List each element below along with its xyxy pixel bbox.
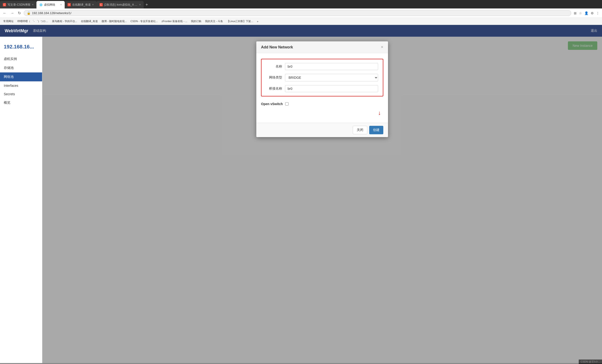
form-row-network-type: 网络类型 BRIDGE NAT ISOLATED ROUTED [266,74,378,81]
tab-label-csdn: 写文章-CSDN博客 [8,3,31,7]
form-section: 名称 网络类型 BRIDGE NAT ISOLATED ROUTE [261,59,383,96]
app-title: WebVirtMgr [5,28,28,33]
bookmark-weibo[interactable]: 微博 - 随时随地发现... [100,19,128,23]
tab-label-youdao: 在线翻译_有道 [72,3,91,7]
tab-favicon-kvm: C [99,3,103,6]
user-icon[interactable]: 👤 [584,11,589,16]
tab-csdn[interactable]: C 写文章-CSDN博客 × [0,1,36,9]
tab-virtual-network[interactable]: 🌐 虚拟网络 × [36,1,65,9]
arrow-down-icon: ↓ [378,110,381,116]
bookmarks-bar: 常用网址 哔哩哔哩（ ゜- ゜）つロ… 菜鸟教程 - 学的不仅... 在线翻译_… [0,18,602,25]
sidebar-item-secrets[interactable]: Secrets [0,90,42,98]
sidebar: 192.168.16... 虚机实例 存储池 网络池 Interfaces Se… [0,37,42,363]
address-bar: ← → ↻ 🔒 192.168.164.128/networks/1/ ⊞ ☆ … [0,9,602,18]
form-select-network-type[interactable]: BRIDGE NAT ISOLATED ROUTED [285,74,378,81]
app-logout[interactable]: 退出 [591,29,597,33]
sidebar-item-network[interactable]: 网络池 [0,72,42,81]
reload-button[interactable]: ↻ [17,10,22,16]
bookmark-follow[interactable]: 我的关注 - 斗鱼 [204,19,224,23]
open-vswitch-checkbox[interactable] [285,102,289,106]
form-input-bridge-name[interactable] [285,85,378,92]
browser-chrome: C 写文章-CSDN博客 × 🌐 虚拟网络 × Y 在线翻译_有道 × C (2… [0,0,602,25]
form-row-name: 名称 [266,63,378,70]
bookmark-youdao[interactable]: 在线翻译_有道 [79,19,99,23]
tab-favicon-virtual: 🌐 [39,3,43,6]
modal-add-network: Add New Network × 名称 [256,41,388,137]
modal-footer: 关闭 创建 [256,123,388,137]
bookmark-more[interactable]: » [256,20,260,23]
back-button[interactable]: ← [2,11,8,16]
menu-icon[interactable]: ⋮ [595,11,600,16]
tab-label-kvm: (2条消息) kvm虚拟化_A pana... [104,3,138,7]
bookmark-icon[interactable]: ☆ [578,11,583,16]
tab-kvm[interactable]: C (2条消息) kvm虚拟化_A pana... × [97,1,144,9]
page-content: WebVirtMgr 基础架构 退出 192.168.16... 虚机实例 存储… [0,25,602,363]
tab-close-csdn[interactable]: × [32,3,34,6]
sidebar-item-vm[interactable]: 虚机实例 [0,54,42,64]
bookmark-runoob[interactable]: 菜鸟教程 - 学的不仅... [51,19,78,23]
bookmark-common[interactable]: 常用网址 [2,19,15,23]
close-modal-button[interactable]: 关闭 [353,126,367,134]
app-header: WebVirtMgr 基础架构 退出 [0,25,602,37]
bookmark-zfrontier[interactable]: zFrontier 装备前线 - ... [160,19,189,23]
new-tab-button[interactable]: + [144,1,150,9]
tab-favicon-youdao: Y [67,3,71,6]
security-icon: 🔒 [27,11,31,15]
settings-icon[interactable]: ⚙ [590,11,594,16]
modal-overlay: Add New Network × 名称 [42,37,602,363]
bookmark-order[interactable]: 我的订购 [190,19,203,23]
bookmark-csdn[interactable]: CSDN - 专业开发者社... [129,19,159,23]
modal-body: 名称 网络类型 BRIDGE NAT ISOLATED ROUTE [256,53,388,123]
open-vswitch-label: Open vSwitch [261,102,283,106]
create-button[interactable]: 创建 [369,126,383,134]
url-text: 192.168.164.128/networks/1/ [32,11,568,15]
tab-youdao[interactable]: Y 在线翻译_有道 × [65,1,97,9]
modal-header: Add New Network × [256,41,388,53]
modal-close-button[interactable]: × [381,45,383,50]
bookmark-bilibili[interactable]: 哔哩哔哩（ ゜- ゜）つロ… [16,19,50,23]
sidebar-host-ip: 192.168.16... [0,41,42,54]
open-vswitch-row: Open vSwitch [261,101,383,110]
sidebar-item-storage[interactable]: 存储池 [0,64,42,72]
toolbar-icons: ⊞ ☆ 👤 ⚙ ⋮ [573,11,600,16]
tab-close-kvm[interactable]: × [139,3,141,6]
main-layout: 192.168.16... 虚机实例 存储池 网络池 Interfaces Se… [0,37,602,363]
tab-close-virtual[interactable]: × [60,3,62,6]
tab-bar: C 写文章-CSDN博客 × 🌐 虚拟网络 × Y 在线翻译_有道 × C (2… [0,0,602,9]
forward-button[interactable]: → [9,11,15,16]
modal-title: Add New Network [261,45,293,49]
form-input-name[interactable] [285,63,378,70]
form-label-name: 名称 [266,64,285,69]
sidebar-item-overview[interactable]: 概览 [0,98,42,107]
form-label-bridge-name: 桥接名称 [266,86,285,91]
app-nav-item[interactable]: 基础架构 [33,29,46,33]
sidebar-item-interfaces[interactable]: Interfaces [0,81,42,90]
tab-close-youdao[interactable]: × [92,3,94,6]
url-bar[interactable]: 🔒 192.168.164.128/networks/1/ [24,10,571,16]
form-label-network-type: 网络类型 [266,75,285,80]
form-row-bridge-name: 桥接名称 [266,85,378,92]
tab-favicon-csdn: C [3,3,6,6]
tab-label-virtual: 虚拟网络 [44,3,59,7]
bookmark-linux[interactable]: 【Linux三剑客】下架... [225,19,254,23]
arrow-indicator: ↓ [261,110,383,117]
content-area: New Instance Add New Network × [42,37,602,363]
extensions-icon[interactable]: ⊞ [573,11,577,16]
